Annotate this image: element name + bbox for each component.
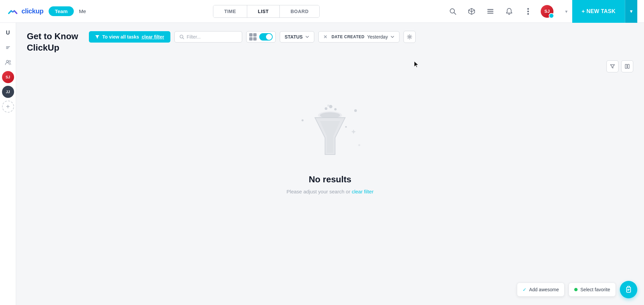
toolbar-row2 — [27, 60, 633, 72]
sidebar-arrow-icon — [5, 45, 11, 51]
svg-point-6 — [527, 13, 529, 15]
select-favorite-text: Select favorite — [580, 287, 610, 292]
date-filter-button[interactable]: ✕ DATE CREATED Yesterday — [318, 31, 399, 43]
clipboard-fab-button[interactable] — [620, 281, 637, 298]
more-vertical-icon — [527, 8, 529, 15]
chevron-down-icon — [305, 35, 309, 39]
date-filter-label: DATE CREATED — [331, 35, 364, 39]
svg-rect-18 — [327, 105, 329, 107]
search-box-icon — [179, 35, 184, 39]
columns-button[interactable] — [621, 60, 633, 72]
svg-point-8 — [9, 61, 10, 62]
toggle-wrap — [246, 31, 276, 43]
date-filter-clear: ✕ — [323, 34, 327, 40]
new-task-dropdown-button[interactable]: ▾ — [625, 0, 637, 23]
search-button[interactable] — [447, 5, 459, 17]
funnel-illustration — [297, 99, 364, 166]
status-filter-button[interactable]: STATUS — [280, 31, 315, 43]
me-button[interactable]: Me — [79, 8, 86, 14]
subtask-toggle[interactable] — [259, 33, 273, 41]
svg-rect-12 — [628, 64, 629, 68]
funnel-illustration-svg — [303, 103, 357, 163]
svg-rect-19 — [627, 287, 631, 292]
tab-board[interactable]: BOARD — [280, 5, 319, 17]
sidebar: U SJ JJ + — [0, 23, 16, 305]
svg-rect-11 — [625, 64, 627, 68]
dot-2 — [302, 119, 304, 121]
list-view-button[interactable] — [484, 5, 496, 17]
more-options-button[interactable] — [522, 5, 534, 17]
new-task-button[interactable]: + NEW TASK — [572, 0, 625, 23]
dot-1 — [354, 109, 357, 112]
no-results-title: No results — [309, 174, 351, 185]
grid-icon — [249, 33, 257, 41]
sidebar-workspace-initial: U — [2, 27, 14, 39]
search-input[interactable] — [187, 34, 237, 40]
select-favorite-card: Select favorite — [569, 283, 616, 297]
cube-icon — [468, 8, 475, 15]
list-icon — [487, 8, 494, 15]
toolbar: To view all tasks clear filter STATUS — [89, 31, 416, 43]
people-icon — [5, 59, 11, 66]
clipboard-icon — [625, 286, 632, 293]
dot-3 — [358, 144, 360, 146]
svg-point-4 — [527, 8, 529, 10]
green-dot — [574, 288, 578, 291]
dot-4 — [345, 126, 347, 128]
filter-icon-2 — [610, 64, 615, 69]
no-results-subtitle: Please adjust your search or clear filte… — [286, 189, 373, 194]
svg-point-5 — [527, 10, 529, 12]
clear-filter-button[interactable]: To view all tasks clear filter — [89, 31, 170, 43]
nav-right: SJ ▾ — [447, 5, 572, 18]
bell-icon — [505, 8, 513, 15]
filter-icon — [95, 35, 100, 39]
svg-point-16 — [329, 105, 332, 108]
svg-rect-1 — [487, 9, 493, 10]
column-settings-button[interactable] — [404, 31, 416, 43]
clear-filter-link[interactable]: clear filter — [352, 189, 374, 194]
sidebar-nav-icon[interactable] — [2, 42, 14, 54]
apps-button[interactable] — [466, 5, 478, 17]
main-content: Get to Know ClickUp To view all tasks cl… — [16, 23, 644, 305]
empty-state: No results Please adjust your search or … — [27, 72, 633, 208]
clickup-logo-icon — [7, 5, 19, 17]
svg-point-17 — [334, 108, 337, 110]
new-task-area: + NEW TASK ▾ — [572, 0, 637, 23]
logo: clickup — [7, 5, 43, 17]
tab-time[interactable]: TIME — [213, 5, 247, 17]
sidebar-avatar-sj[interactable]: SJ — [2, 71, 14, 83]
nav-center: TIME LIST BOARD — [86, 5, 447, 18]
filter-clear-text: clear filter — [142, 34, 164, 40]
filter-button-2[interactable] — [606, 60, 619, 72]
svg-point-15 — [325, 107, 327, 110]
user-avatar[interactable]: SJ — [541, 5, 553, 18]
svg-point-7 — [6, 60, 8, 62]
page-header: Get to Know ClickUp To view all tasks cl… — [27, 31, 633, 54]
bottom-bar: ✓ Add awesome Select favorite — [517, 281, 637, 298]
add-awesome-card: ✓ Add awesome — [517, 283, 565, 297]
team-button[interactable]: Team — [49, 6, 73, 16]
svg-point-10 — [409, 36, 411, 38]
view-tabs: TIME LIST BOARD — [213, 5, 320, 18]
search-icon — [449, 8, 457, 15]
tab-list[interactable]: LIST — [247, 5, 280, 17]
columns-icon — [625, 64, 630, 69]
check-icon: ✓ — [523, 287, 527, 292]
add-awesome-text: Add awesome — [529, 287, 559, 292]
settings-icon — [407, 34, 412, 40]
nav-left: clickup Team Me — [7, 5, 86, 17]
svg-rect-2 — [487, 11, 493, 12]
top-navigation: clickup Team Me TIME LIST BOARD — [0, 0, 644, 23]
sidebar-team-icon[interactable] — [2, 56, 14, 68]
notifications-button[interactable] — [503, 5, 515, 17]
avatar-dropdown-button[interactable]: ▾ — [560, 5, 572, 17]
page-title: Get to Know ClickUp — [27, 31, 78, 54]
filter-active-text: To view all tasks — [102, 34, 139, 40]
svg-rect-3 — [487, 13, 493, 14]
date-chevron-icon — [390, 35, 394, 39]
sidebar-avatar-jj[interactable]: JJ — [2, 86, 14, 98]
search-box — [174, 31, 242, 43]
date-filter-value: Yesterday — [367, 34, 388, 40]
logo-text: clickup — [21, 7, 43, 15]
sidebar-add-button[interactable]: + — [2, 101, 14, 113]
